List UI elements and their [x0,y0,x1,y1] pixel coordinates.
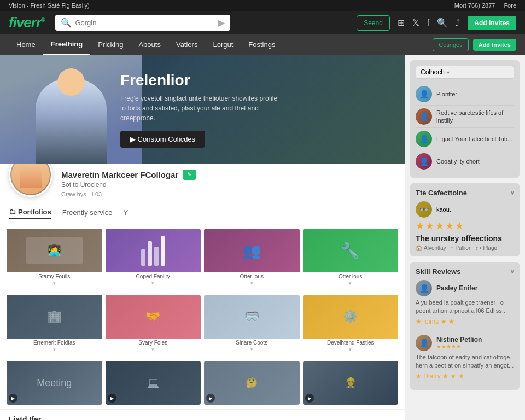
last-offer-section: Liatd Ifer [0,409,405,420]
hero-text: Frelenlior Freg'e yovetoll singlact unte… [0,72,295,148]
right-sidebar: Colhoch ▾ 👤 Plontter 👤 Redtive barctesti… [405,55,525,420]
search-input[interactable] [75,19,218,27]
send-button[interactable]: Seend [357,15,390,31]
sidebar-item-text-2: Redtive barctestic lifes of instilly [436,109,514,125]
tab-freelyservice[interactable]: Freently service [62,208,113,219]
tag-icon-2: ≡ [451,245,454,251]
category-tag-3: 🏷 Plago [476,245,497,251]
sidebar-section-3: Skill Reviews ∨ 👤 Pasley Enifer A yu bee… [410,262,520,390]
review-user-2: 👤 Nistine Petlion ★★★★★ [416,335,514,351]
portfolio-item-4[interactable]: 🔧 Otter lous ▾ [303,229,399,286]
add-invites-button[interactable]: Add Invites [468,16,516,30]
sidebar-section3-title: Skill Reviews [416,267,460,276]
subnav-pricking[interactable]: Pricking [90,35,131,54]
top-bar-phone: Mort 766) 2877 [454,2,495,9]
category-username: kaou. [436,206,451,213]
portfolio-item-9[interactable]: Meeting ▶ [7,361,102,405]
portfolio-item-5[interactable]: 🏢 Erremerit Foldfas ▾ [7,295,102,352]
sidebar-dropdown[interactable]: Colhoch ▾ [416,66,514,79]
tag-icon-3: 🏷 [476,245,481,251]
collapse-icon-3[interactable]: ∨ [510,269,514,275]
portfolio-item-7[interactable]: 🥽 Sinare Coots ▾ [204,295,300,352]
portfolio-thumb-2 [106,229,201,272]
profile-name: Maveretin Markceer FCollogar [61,170,178,179]
subnav-fostings[interactable]: Fostings [241,35,283,54]
search-submit-icon[interactable]: ▶ [218,18,225,28]
tag-icon-1: 🏠 [416,245,422,251]
reviewer-name-1: Pasley Enifer [436,284,477,292]
collapse-icon-2[interactable]: ∨ [510,190,514,196]
review-stars-2: ★ Dlatry ★ ★ ★ [416,372,514,380]
portfolio-grid-row1: 👩‍💻 Stamy Foulis ▾ Coped Fanllry ▾ [0,224,405,290]
profile-meta1: Craw hys [61,191,86,197]
portfolio-thumb-9: Meeting ▶ [7,361,102,405]
subnav-lorgut[interactable]: Lorgut [205,35,241,54]
sidebar-list-item-2[interactable]: 👤 Redtive barctestic lifes of instilly [416,106,514,128]
hero-banner: Frelenlior Freg'e yovetoll singlact unte… [0,55,405,164]
portfolio-icon: 🗂 [9,208,16,216]
profile-info: Maveretin Markceer FCollogar ✎ Sot to Ur… [61,170,396,197]
portfolio-label-6: Svary Foles [106,339,201,347]
sidebar-section2-header: Tte Cafecttolne ∨ [416,189,514,197]
portfolio-thumb-3: 👥 [204,229,300,272]
reviewer-avatar-1: 👤 [416,280,432,296]
portfolio-item-10[interactable]: 💻 ▶ [106,361,201,405]
portfolio-thumb-6: 🤝 [106,295,201,339]
portfolio-thumb-5: 🏢 [7,295,102,339]
portfolio-item-3[interactable]: 👥 Otter lous ▾ [204,229,300,286]
hero-cta-button[interactable]: ▶ Constom Colicdes [120,131,205,148]
review-text-2: The talcoon of eadty and cat otfoge hern… [416,353,514,370]
top-bar-right: Mort 766) 2877 Fore [454,2,516,9]
search-nav-icon[interactable]: 🔍 [437,18,448,28]
review-1: 👤 Pasley Enifer A yu beed ia poalt gce t… [416,280,514,330]
main-nav: fiverr® 🔍 ▶ Seend ⊞ 𝕏 f 🔍 ⤴ Add Invites [0,11,525,34]
top-bar-left: Vision - Fresh Saté Fig Easily) [9,2,90,9]
portfolio-item-1[interactable]: 👩‍💻 Stamy Foulis ▾ [7,229,102,286]
tab-y[interactable]: Y [123,208,128,219]
add-invites-subnav-button[interactable]: Add Invites [473,39,516,51]
sidebar-item-text-4: Cooatly ity chort [436,158,480,165]
subnav-right: Cetinges Add Invites [433,38,516,51]
portfolio-item-12[interactable]: 👷 ▶ [303,361,399,405]
review-stars-1: ★ leims ★ ★ [416,318,514,325]
logo[interactable]: fiverr® [9,14,44,31]
portfolio-tabs: 🗂 Portfolios Freently service Y [0,203,405,224]
chevron-down-icon: ▾ [447,69,450,75]
portfolio-item-6[interactable]: 🤝 Svary Foles ▾ [106,295,201,352]
sidebar-item-text-3: Elgact Your Falce bect Tab... [436,135,512,143]
reviewer-avatar-2: 👤 [416,335,432,351]
sidebar-list: 👤 Plontter 👤 Redtive barctestic lifes of… [416,83,514,172]
subnav-home[interactable]: Home [9,35,43,54]
portfolio-grid-row2: 🏢 Erremerit Foldfas ▾ 🤝 Svary Foles ▾ 🥽 … [0,290,405,357]
profile-meta2: L03 [92,191,102,197]
portfolio-item-2[interactable]: Coped Fanllry ▾ [106,229,201,286]
cetinges-button[interactable]: Cetinges [433,38,468,51]
portfolio-item-11[interactable]: 🤔 ▶ [204,361,300,405]
subnav-abouts[interactable]: Abouts [131,35,168,54]
subnav-freelhing[interactable]: Freelhing [43,34,91,55]
portfolio-label-2: Coped Fanllry [106,272,201,281]
search-bar[interactable]: 🔍 ▶ [55,15,230,31]
portfolio-thumb-1: 👩‍💻 [7,229,102,272]
sidebar-list-item-4[interactable]: 👤 Cooatly ity chort [416,150,514,172]
reviewer-name-2: Nistine Petlion [436,336,482,343]
portfolio-label-5: Erremerit Foldfas [7,339,102,347]
subnav-vatlers[interactable]: Vatlers [168,35,206,54]
sidebar-list-item-3[interactable]: 👤 Elgact Your Falce bect Tab... [416,128,514,150]
last-offer-label: Liatd Ifer [9,415,41,420]
profile-section: Maveretin Markceer FCollogar ✎ Sot to Ur… [0,164,405,203]
facebook-icon[interactable]: f [427,18,429,28]
play-icon-9: ▶ [9,394,18,402]
edit-profile-button[interactable]: ✎ [183,170,196,180]
reviewer-subname-2: ★★★★★ [436,343,482,349]
sidebar-list-item-1[interactable]: 👤 Plontter [416,83,514,106]
sidebar-avatar-1: 👤 [416,86,432,102]
tab-portfolios[interactable]: 🗂 Portfolios [9,208,51,219]
twitter-icon[interactable]: 𝕏 [412,18,419,28]
portfolio-item-8[interactable]: ⚙️ Develhtend Fastles ▾ [303,295,399,352]
grid-icon[interactable]: ⊞ [398,18,405,28]
portfolio-label-8: Develhtend Fastles [303,339,399,347]
share-icon[interactable]: ⤴ [456,18,460,28]
dropdown-label: Colhoch [421,68,445,76]
play-icon-10: ▶ [108,394,116,402]
